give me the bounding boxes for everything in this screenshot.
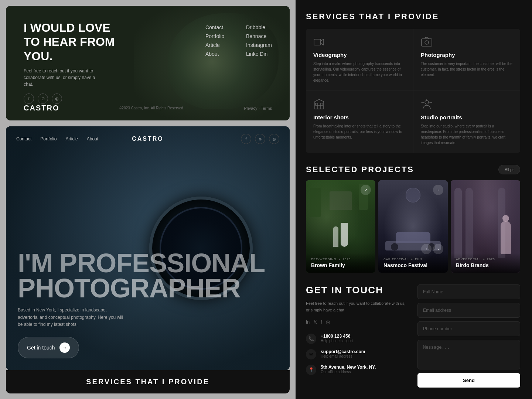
project2-name: Nasmoco Festival — [383, 262, 443, 268]
bottom-nav-contact[interactable]: Contact — [16, 136, 31, 141]
contact-email-text: support@castro.com Help email address — [321, 349, 365, 358]
services-section: SERVICES THAT I PROVIDE Videography Step… — [306, 12, 520, 153]
contact-instagram-icon[interactable]: ◎ — [326, 319, 330, 325]
service-photography-desc: The customer is very important, the cust… — [421, 61, 513, 78]
hero-title: I'M PROFESSIONAL PHOTOGRAPHER — [18, 250, 269, 301]
message-textarea[interactable] — [417, 340, 520, 369]
project2-next-btn[interactable]: › — [433, 244, 443, 254]
bottom-facebook-icon[interactable]: f — [241, 134, 251, 144]
project-brown-family[interactable]: ↗ PRE-WEDDING ● 2023 Brown Family — [306, 180, 375, 273]
phone-input[interactable] — [417, 321, 520, 336]
bottom-nav-portfolio[interactable]: Portfolio — [40, 136, 57, 141]
project3-info: ADVERTORIAL ● 2023 Birdo Brands — [451, 253, 520, 273]
photography-icon — [421, 36, 433, 48]
project1-tag1: PRE-WEDDING — [311, 258, 337, 261]
bottom-nav-article[interactable]: Article — [65, 136, 78, 141]
contact-info-items: 📞 +1800 123 456 Help phone support ✉ sup… — [306, 334, 409, 375]
nav-contact[interactable]: Contact — [205, 24, 231, 30]
services-grid: Videography Step into a realm where phot… — [306, 29, 520, 153]
contact-address-text: 5th Avenue, New York, NY. Our office add… — [321, 365, 376, 374]
service-interior-desc: From breathtaking interior shots that te… — [313, 123, 405, 140]
interior-icon — [313, 99, 325, 110]
cta-label: Get in touch — [27, 345, 55, 351]
contact-address-item: 📍 5th Avenue, New York, NY. Our office a… — [306, 365, 409, 375]
address-label: 5th Avenue, New York, NY. — [321, 365, 376, 370]
svg-rect-5 — [321, 103, 323, 105]
nav-linkedin[interactable]: Linke Din — [246, 51, 272, 57]
email-icon: ✉ — [306, 349, 316, 359]
top-social-icons: f ⊕ ◎ — [24, 93, 272, 104]
top-card-headline: I WOULD LOVE TO HEAR FROM YOU. — [24, 21, 127, 63]
cta-arrow-icon: → — [59, 342, 70, 353]
bottom-brand: CASTRO — [132, 136, 164, 142]
projects-title: SELECTED PROJECTS — [306, 165, 414, 174]
project3-name: Birdo Brands — [456, 262, 515, 268]
bottom-dribbble-icon[interactable]: ⊕ — [255, 134, 265, 144]
nav-dribbble[interactable]: Dribbble — [246, 24, 272, 30]
bottom-instagram-icon[interactable]: ◎ — [269, 134, 279, 144]
project2-arrow-icon[interactable]: → — [433, 185, 443, 195]
contact-phone-text: +1800 123 456 Help phone support — [321, 334, 353, 343]
instagram-icon[interactable]: ◎ — [52, 93, 62, 104]
projects-section: SELECTED PROJECTS All pr — [306, 165, 520, 273]
nav-about[interactable]: About — [205, 51, 231, 57]
project1-tags: PRE-WEDDING ● 2023 — [311, 258, 370, 261]
bottom-nav: Contact Portfolio Article About CASTRO f… — [6, 126, 290, 151]
top-card: I WOULD LOVE TO HEAR FROM YOU. Feel free… — [6, 6, 290, 120]
project2-tag1: CAR FESTIVAL — [383, 258, 409, 261]
nav-instaagram[interactable]: Instaagram — [246, 42, 272, 48]
services-section-preview: SERVICES THAT I PROVIDE — [6, 370, 290, 393]
contact-form: Send — [417, 284, 520, 388]
project1-dot: ● — [339, 258, 341, 261]
contact-section: GET IN TOUCH Feel free to reach out if y… — [306, 284, 520, 388]
contact-subtext: Feel free to reach out if you want to co… — [306, 300, 409, 313]
hero-subtitle: Based in New York, I specialize in lands… — [18, 307, 129, 328]
service-studio[interactable]: Studio portraits Step into our studio, w… — [413, 91, 520, 153]
email-input[interactable] — [417, 303, 520, 318]
copyright-text: ©2023 Castro, Inc. All Rights Reserved. — [119, 106, 184, 110]
top-nav: Contact Dribbble Portfolio Behnace Artic… — [205, 24, 272, 57]
nav-behnace[interactable]: Behnace — [246, 33, 272, 39]
bottom-nav-about[interactable]: About — [87, 136, 98, 141]
contact-facebook-icon[interactable]: f — [321, 319, 322, 325]
contact-social-icons: in 𝕏 f ◎ — [306, 319, 409, 325]
project2-info: CAR FESTIVAL ● FUN Nasmoco Festival — [378, 253, 448, 273]
address-sublabel: Our office address — [321, 370, 376, 374]
nav-article[interactable]: Article — [205, 42, 231, 48]
service-photography-name: Photography — [421, 52, 513, 58]
dribbble-icon[interactable]: ⊕ — [38, 93, 48, 104]
right-panel: SERVICES THAT I PROVIDE Videography Step… — [296, 0, 532, 399]
hero-line2: PHOTOGRAPHER — [18, 273, 241, 303]
all-projects-button[interactable]: All pr — [498, 165, 520, 174]
contact-twitter-icon[interactable]: 𝕏 — [313, 319, 317, 325]
contact-linkedin-icon[interactable]: in — [306, 319, 310, 325]
project2-prev-btn[interactable]: ‹ — [421, 244, 432, 254]
facebook-icon[interactable]: f — [24, 93, 34, 104]
bottom-nav-links: Contact Portfolio Article About — [16, 136, 98, 141]
project-birdo[interactable]: ADVERTORIAL ● 2023 Birdo Brands — [451, 180, 520, 273]
project1-expand-icon[interactable]: ↗ — [361, 185, 371, 195]
service-videography[interactable]: Videography Step into a realm where phot… — [306, 29, 413, 91]
project-nasmoco[interactable]: → ‹ › CAR FESTIVAL ● FUN Nasmoco Festiva… — [378, 180, 448, 273]
hero-content: I'M PROFESSIONAL PHOTOGRAPHER Based in N… — [6, 149, 290, 370]
projects-header: SELECTED PROJECTS All pr — [306, 165, 520, 174]
services-title: SERVICES THAT I PROVIDE — [306, 12, 520, 21]
portfolio-hero-card: Contact Portfolio Article About CASTRO f… — [6, 126, 290, 370]
svg-rect-3 — [318, 105, 321, 109]
project1-name: Brown Family — [311, 262, 370, 268]
service-videography-desc: Step into a realm where photography tran… — [313, 61, 405, 83]
service-interior[interactable]: Interior shots From breathtaking interio… — [306, 91, 413, 153]
send-button[interactable]: Send — [417, 373, 520, 388]
svg-point-2 — [425, 41, 429, 44]
contact-title: GET IN TOUCH — [306, 284, 409, 296]
videography-icon — [313, 36, 325, 48]
get-in-touch-button[interactable]: Get in touch → — [18, 337, 79, 358]
service-photography[interactable]: Photography The customer is very importa… — [413, 29, 520, 91]
nav-portfolio[interactable]: Portfolio — [205, 33, 231, 39]
project1-tag2: 2023 — [343, 258, 351, 261]
project1-info: PRE-WEDDING ● 2023 Brown Family — [306, 253, 375, 273]
contact-email-item: ✉ support@castro.com Help email address — [306, 349, 409, 359]
project2-nav: ‹ › — [421, 244, 443, 254]
full-name-input[interactable] — [417, 284, 520, 299]
project2-tags: CAR FESTIVAL ● FUN — [383, 258, 443, 261]
